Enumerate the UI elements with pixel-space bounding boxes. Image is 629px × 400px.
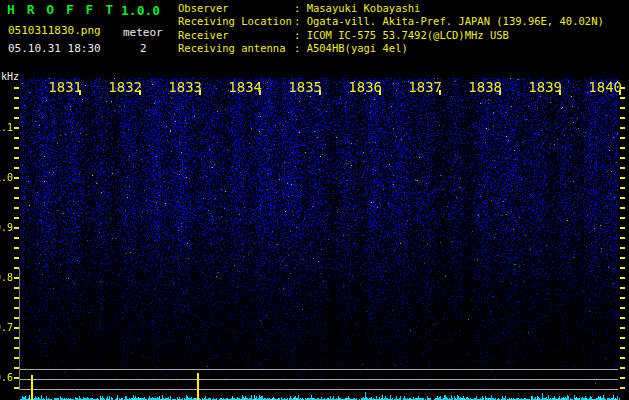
freq-tick-right [620, 187, 625, 189]
info-row: Receiving Location: Ogata-vill. Akita-Pr… [178, 15, 604, 28]
freq-tick-right [620, 267, 625, 269]
observation-datetime: 05.10.31 18:30 [8, 42, 101, 55]
freq-tick-left [14, 187, 19, 189]
info-value: A504HB(yagi 4el) [307, 42, 408, 54]
reference-line [20, 369, 618, 370]
meteor-spike [31, 375, 33, 400]
time-label: 1834 [228, 79, 262, 95]
freq-tick-left [14, 127, 19, 129]
freq-tick-right [620, 317, 625, 319]
time-label: 1837 [408, 79, 442, 95]
freq-label: 0.8 [0, 272, 13, 283]
time-label: 1832 [108, 79, 142, 95]
freq-tick-left [14, 197, 19, 199]
app-version: 1.0.0 [121, 3, 160, 18]
freq-tick-right [620, 337, 625, 339]
freq-tick-right [620, 257, 625, 259]
hrofft-output-window: H R O F F T 1.0.0 0510311830.png 05.10.3… [0, 0, 629, 400]
info-colon: : [294, 15, 307, 27]
reference-line [20, 379, 618, 380]
time-label: 1831 [48, 79, 82, 95]
freq-tick-right [620, 287, 625, 289]
output-filename: 0510311830.png [8, 24, 101, 37]
freq-tick-right [620, 207, 625, 209]
time-label: 1836 [348, 79, 382, 95]
freq-tick-right [620, 117, 625, 119]
freq-tick-left [14, 207, 19, 209]
plot-left-border [19, 268, 20, 390]
spectrogram-canvas [20, 78, 618, 390]
info-colon: : [294, 42, 307, 54]
freq-tick-right [620, 177, 625, 179]
freq-tick-right [620, 237, 625, 239]
freq-tick-right [620, 197, 625, 199]
freq-tick-right [620, 297, 625, 299]
info-row: Receiver: ICOM IC-575 53.7492(@LCD)MHz U… [178, 29, 604, 42]
freq-tick-right [620, 157, 625, 159]
freq-tick-left [14, 157, 19, 159]
app-title: H R O F F T [7, 2, 115, 17]
freq-tick-right [620, 137, 625, 139]
meteor-count-value: 2 [140, 42, 147, 55]
time-label: 1833 [168, 79, 202, 95]
freq-tick-left [14, 147, 19, 149]
freq-tick-right [620, 227, 625, 229]
freq-tick-right [620, 387, 625, 389]
info-colon: : [294, 29, 307, 41]
freq-label: 0.6 [0, 372, 13, 383]
info-colon: : [294, 2, 307, 14]
info-row: Receiving antenna: A504HB(yagi 4el) [178, 42, 604, 55]
freq-tick-left [14, 97, 19, 99]
freq-label: 1.0 [0, 172, 13, 183]
meteor-spike [197, 373, 199, 400]
freq-tick-left [14, 87, 19, 89]
freq-tick-right [620, 87, 625, 89]
freq-tick-right [620, 217, 625, 219]
info-label: Receiver [178, 29, 294, 42]
time-label: 1835 [288, 79, 322, 95]
freq-tick-right [620, 247, 625, 249]
freq-tick-right [620, 367, 625, 369]
info-label: Receiving antenna [178, 42, 294, 55]
freq-tick-left [14, 237, 19, 239]
freq-tick-right [620, 167, 625, 169]
freq-tick-left [14, 227, 19, 229]
freq-label: 0.9 [0, 222, 13, 233]
freq-tick-left [14, 117, 19, 119]
freq-tick-right [620, 377, 625, 379]
freq-tick-right [620, 327, 625, 329]
freq-tick-left [14, 217, 19, 219]
time-label: 1840 [588, 79, 622, 95]
info-row: Observer: Masayuki Kobayashi [178, 2, 604, 15]
freq-tick-left [14, 177, 19, 179]
time-label: 1838 [468, 79, 502, 95]
reference-line [20, 389, 618, 390]
info-label: Observer [178, 2, 294, 15]
freq-tick-right [620, 147, 625, 149]
freq-tick-left [14, 107, 19, 109]
freq-axis-unit-label: kHz [1, 71, 19, 82]
freq-tick-left [14, 257, 19, 259]
info-value: Masayuki Kobayashi [307, 2, 421, 14]
freq-tick-right [620, 347, 625, 349]
freq-tick-left [14, 167, 19, 169]
info-label: Receiving Location [178, 15, 294, 28]
signal-level-meter-canvas [20, 389, 620, 400]
time-label: 1839 [528, 79, 562, 95]
freq-tick-left [14, 137, 19, 139]
freq-tick-right [620, 97, 625, 99]
meteor-count-label: meteor [123, 26, 163, 39]
info-value: Ogata-vill. Akita-Pref. JAPAN (139.96E, … [307, 15, 604, 27]
freq-label: 1.1 [0, 122, 13, 133]
info-value: ICOM IC-575 53.7492(@LCD)MHz USB [307, 29, 509, 41]
freq-tick-right [620, 307, 625, 309]
freq-label: 0.7 [0, 322, 13, 333]
freq-tick-right [620, 357, 625, 359]
freq-tick-right [620, 277, 625, 279]
freq-tick-right [620, 107, 625, 109]
freq-tick-left [14, 247, 19, 249]
freq-tick-right [620, 127, 625, 129]
station-info-block: Observer: Masayuki KobayashiReceiving Lo… [178, 2, 604, 56]
